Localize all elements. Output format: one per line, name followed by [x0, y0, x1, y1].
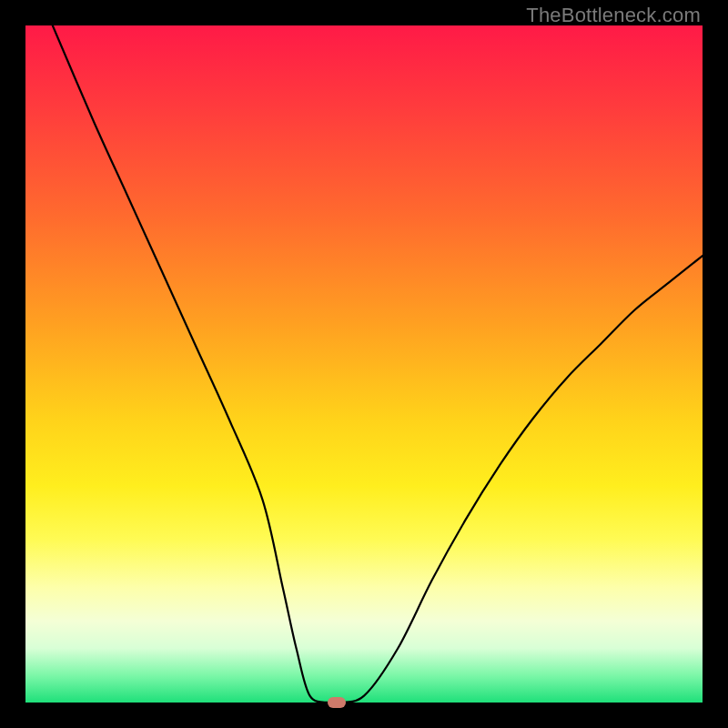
plot-area: [25, 25, 703, 703]
watermark-text: TheBottleneck.com: [526, 4, 701, 27]
curve-svg: [25, 25, 703, 703]
bottleneck-curve: [53, 25, 703, 703]
outer-frame: TheBottleneck.com: [0, 0, 728, 728]
optimal-point-marker: [328, 697, 346, 708]
